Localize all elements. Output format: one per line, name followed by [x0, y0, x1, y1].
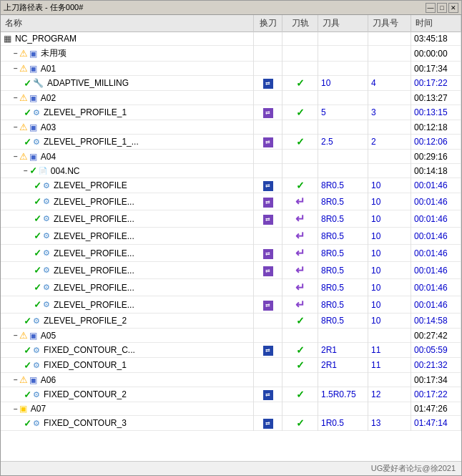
table-row[interactable]: − ⚠▣A01 00:17:34: [1, 62, 461, 76]
time-cell: 00:05:59: [411, 343, 461, 358]
toolno-cell: [368, 91, 411, 105]
tool-cell: [318, 150, 368, 164]
swap-cell: ⇄: [254, 76, 282, 91]
swap-cell: [254, 164, 282, 178]
name-cell: − ⚠▣A03: [1, 120, 254, 135]
path-cell: ↵: [282, 210, 318, 228]
table-row[interactable]: ✓⚙ZLEVEL_PROFILE... ⇄ ↵ 8R0.5 10 00:01:4…: [1, 245, 461, 262]
toolno-cell: [368, 373, 411, 387]
name-cell: ✓⚙ZLEVEL_PROFILE...: [1, 245, 254, 262]
swap-cell: [254, 373, 282, 387]
tool-cell: [318, 402, 368, 416]
toolno-cell: 4: [368, 76, 411, 91]
path-cell: [282, 62, 318, 76]
tool-cell: 2R1: [318, 343, 368, 358]
row-label: ADAPTIVE_MILLING: [47, 78, 129, 88]
name-cell: ✓⚙ZLEVEL_PROFILE_1: [1, 105, 254, 120]
path-cell: ✓: [282, 105, 318, 120]
row-label: 未用项: [41, 47, 67, 59]
table-row[interactable]: ✓🔧ADAPTIVE_MILLING ⇄ ✓ 10 4 00:17:22: [1, 76, 461, 91]
toolno-cell: [368, 150, 411, 164]
minimize-button[interactable]: —: [426, 3, 436, 13]
path-cell: ✓: [282, 358, 318, 373]
row-label: A04: [41, 152, 56, 162]
path-cell: ✓: [282, 416, 318, 431]
tool-cell: [318, 32, 368, 46]
table-row[interactable]: ▦NC_PROGRAM 03:45:18: [1, 32, 461, 46]
name-cell: ✓⚙FIXED_CONTOUR_1: [1, 358, 254, 373]
tool-cell: 2.5: [318, 135, 368, 150]
table-row[interactable]: ✓⚙ZLEVEL_PROFILE_2 ✓ 8R0.5 10 00:14:58: [1, 314, 461, 329]
table-row[interactable]: ✓⚙FIXED_CONTOUR_2 ⇄ ✓ 1.5R0.75 12 00:17:…: [1, 387, 461, 402]
table-row[interactable]: − ⚠▣A02 00:13:27: [1, 91, 461, 105]
table-row[interactable]: ✓⚙ZLEVEL_PROFILE ⇄ ✓ 8R0.5 10 00:01:46: [1, 178, 461, 193]
table-row[interactable]: − ⚠▣A04 00:29:16: [1, 150, 461, 164]
table-row[interactable]: ✓⚙FIXED_CONTOUR_1 ✓ 2R1 11 00:21:32: [1, 358, 461, 373]
toolno-cell: 2: [368, 135, 411, 150]
toolno-cell: 10: [368, 314, 411, 329]
col-header-swap[interactable]: 换刀: [254, 15, 282, 32]
swap-cell: [254, 120, 282, 135]
toolno-cell: 10: [368, 296, 411, 314]
row-label: A02: [41, 93, 56, 103]
table-row[interactable]: −✓📄004.NC 00:14:18: [1, 164, 461, 178]
maximize-button[interactable]: □: [437, 3, 447, 13]
path-cell: ✓: [282, 343, 318, 358]
name-cell: ✓⚙ZLEVEL_PROFILE...: [1, 296, 254, 314]
close-button[interactable]: ✕: [448, 3, 458, 13]
table-row[interactable]: − ⚠▣A03 00:12:18: [1, 120, 461, 135]
row-label: A07: [31, 404, 46, 414]
col-header-name[interactable]: 名称: [1, 15, 254, 32]
swap-cell: [254, 329, 282, 343]
path-cell: ✓: [282, 76, 318, 91]
name-cell: ✓⚙ZLEVEL_PROFILE...: [1, 262, 254, 279]
row-label: 004.NC: [51, 166, 80, 176]
tool-cell: 8R0.5: [318, 228, 368, 245]
row-label: A05: [41, 331, 56, 341]
toolno-cell: 11: [368, 343, 411, 358]
table-row[interactable]: ✓⚙ZLEVEL_PROFILE... ↵ 8R0.5 10 00:01:46: [1, 279, 461, 296]
path-cell: ↵: [282, 193, 318, 210]
col-header-path[interactable]: 刀轨: [282, 15, 318, 32]
path-cell: [282, 46, 318, 62]
table-row[interactable]: −▣A07 01:47:26: [1, 402, 461, 416]
swap-cell: ⇄: [254, 178, 282, 193]
toolno-cell: [368, 402, 411, 416]
table-row[interactable]: ✓⚙ZLEVEL_PROFILE... ⇄ ↵ 8R0.5 10 00:01:4…: [1, 262, 461, 279]
name-cell: ✓⚙ZLEVEL_PROFILE...: [1, 210, 254, 228]
row-label: A01: [41, 64, 56, 74]
table-row[interactable]: − ⚠▣A06 00:17:34: [1, 373, 461, 387]
tool-cell: 8R0.5: [318, 279, 368, 296]
table-row[interactable]: ✓⚙ZLEVEL_PROFILE... ⇄ ↵ 8R0.5 10 00:01:4…: [1, 210, 461, 228]
path-cell: [282, 373, 318, 387]
time-cell: 00:12:06: [411, 135, 461, 150]
time-cell: 00:01:46: [411, 262, 461, 279]
swap-cell: [254, 279, 282, 296]
table-row[interactable]: ✓⚙ZLEVEL_PROFILE... ⇄ ↵ 8R0.5 10 00:01:4…: [1, 193, 461, 210]
col-header-toolno[interactable]: 刀具号: [368, 15, 411, 32]
tool-cell: [318, 91, 368, 105]
toolno-cell: 13: [368, 416, 411, 431]
col-header-tool[interactable]: 刀具: [318, 15, 368, 32]
toolno-cell: [368, 32, 411, 46]
row-label: ZLEVEL_PROFILE...: [54, 300, 134, 310]
table-row[interactable]: ✓⚙ZLEVEL_PROFILE... ⇄ ↵ 8R0.5 10 00:01:4…: [1, 296, 461, 314]
table-row[interactable]: − ⚠▣未用项 00:00:00: [1, 46, 461, 62]
swap-cell: ⇄: [254, 343, 282, 358]
name-cell: ✓⚙FIXED_CONTOUR_C...: [1, 343, 254, 358]
tool-cell: 8R0.5: [318, 245, 368, 262]
col-header-time[interactable]: 时间: [411, 15, 461, 32]
table-row[interactable]: ✓⚙FIXED_CONTOUR_C... ⇄ ✓ 2R1 11 00:05:59: [1, 343, 461, 358]
toolno-cell: [368, 46, 411, 62]
table-row[interactable]: ✓⚙ZLEVEL_PROFILE... ↵ 8R0.5 10 00:01:46: [1, 228, 461, 245]
time-cell: 00:17:22: [411, 76, 461, 91]
row-label: A03: [41, 122, 56, 132]
tool-cell: 2R1: [318, 358, 368, 373]
name-cell: −▣A07: [1, 402, 254, 416]
time-cell: 00:01:46: [411, 193, 461, 210]
time-cell: 00:21:32: [411, 358, 461, 373]
table-row[interactable]: ✓⚙ZLEVEL_PROFILE_1 ⇄ ✓ 5 3 00:13:15: [1, 105, 461, 120]
table-row[interactable]: ✓⚙ZLEVEL_PROFILE_1_... ⇄ ✓ 2.5 2 00:12:0…: [1, 135, 461, 150]
table-row[interactable]: − ⚠▣A05 00:27:42: [1, 329, 461, 343]
table-row[interactable]: ✓⚙FIXED_CONTOUR_3 ⇄ ✓ 1R0.5 13 01:47:14: [1, 416, 461, 431]
